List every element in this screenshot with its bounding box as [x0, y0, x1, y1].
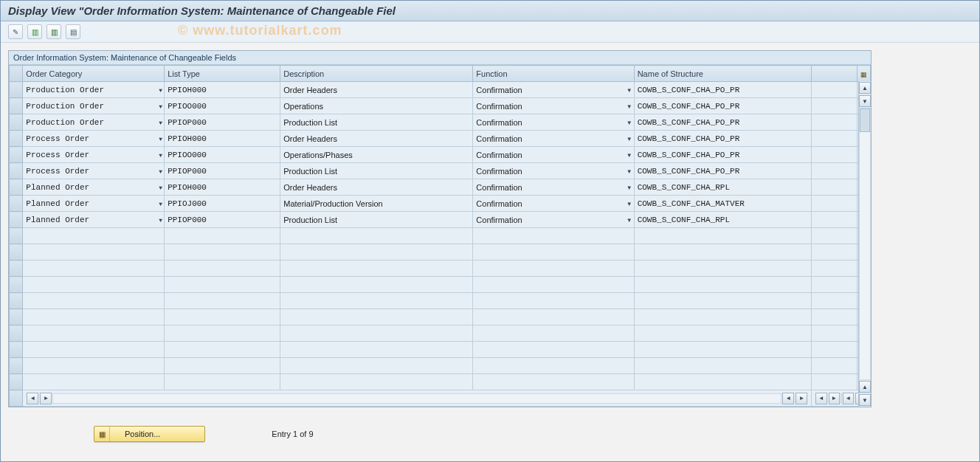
cell-structure[interactable]: COWB_S_CONF_CHA_RPL: [634, 179, 812, 196]
cell-empty: [634, 228, 812, 244]
cell-list-type[interactable]: PPIOJ000: [165, 196, 280, 212]
table-settings-button[interactable]: ▦: [857, 66, 870, 82]
scroll-right-step-button[interactable]: ►: [829, 393, 840, 404]
cell-empty: [634, 244, 812, 261]
row-marker[interactable]: [10, 244, 23, 261]
cell-structure[interactable]: COWB_S_CONF_CHA_PO_PR: [634, 114, 812, 131]
cell-function[interactable]: Confirmation▼: [473, 147, 634, 163]
cell-list-type[interactable]: PPIOP000: [165, 114, 280, 131]
col-function[interactable]: Function: [473, 66, 634, 82]
scroll-down-button[interactable]: ▼: [859, 394, 871, 406]
row-marker[interactable]: [10, 82, 23, 98]
row-marker[interactable]: [10, 325, 23, 342]
scroll-down-step-button[interactable]: ▼: [859, 95, 871, 107]
cell-empty: [634, 293, 812, 309]
cell-list-type[interactable]: PPIOH000: [165, 82, 280, 98]
col-structure[interactable]: Name of Structure: [634, 66, 812, 82]
row-marker[interactable]: [10, 114, 23, 131]
cell-order-category[interactable]: Planned Order▼: [23, 179, 165, 196]
cell-list-type[interactable]: PPIOP000: [165, 163, 280, 179]
cell-function[interactable]: Confirmation▼: [473, 82, 634, 98]
cell-order-category[interactable]: Process Order▼: [23, 131, 165, 147]
row-marker[interactable]: [10, 374, 23, 390]
toggle-display-change-button[interactable]: ✎: [8, 24, 23, 39]
scroll-handle[interactable]: [860, 108, 870, 132]
cell-function[interactable]: Confirmation▼: [473, 196, 634, 212]
row-marker[interactable]: [10, 147, 23, 163]
chevron-down-icon: ▼: [627, 86, 632, 93]
cell-description: Order Headers: [280, 131, 473, 147]
col-filler: [812, 66, 857, 82]
cell-empty: [280, 325, 473, 342]
cell-list-type[interactable]: PPIOP000: [165, 212, 280, 228]
cell-list-type[interactable]: PPIOO000: [165, 147, 280, 163]
cell-function[interactable]: Confirmation▼: [473, 131, 634, 147]
cell-function[interactable]: Confirmation▼: [473, 98, 634, 114]
cell-order-category[interactable]: Process Order▼: [23, 163, 165, 179]
cell-function[interactable]: Confirmation▼: [473, 212, 634, 228]
row-marker[interactable]: [10, 342, 23, 358]
row-marker[interactable]: [10, 179, 23, 196]
chevron-down-icon: ▼: [627, 168, 632, 174]
row-marker[interactable]: [10, 358, 23, 374]
col-list-type[interactable]: List Type: [165, 66, 280, 82]
toolbar-button-4[interactable]: ▤: [66, 24, 80, 39]
cell-list-type[interactable]: PPIOH000: [165, 179, 280, 196]
row-marker[interactable]: [10, 277, 23, 293]
row-marker[interactable]: [10, 163, 23, 179]
row-marker[interactable]: [10, 309, 23, 325]
scroll-left-button[interactable]: ◄: [27, 393, 38, 404]
col-order-category[interactable]: Order Category: [23, 66, 165, 82]
cell-list-type[interactable]: PPIOO000: [165, 98, 280, 114]
cell-structure[interactable]: COWB_S_CONF_CHA_PO_PR: [634, 98, 812, 114]
cell-empty: [812, 342, 857, 358]
cell-order-category[interactable]: Planned Order▼: [23, 212, 165, 228]
vertical-scrollbar[interactable]: ▲ ▼ ▲ ▼: [858, 81, 871, 407]
cell-order-category[interactable]: Production Order▼: [23, 114, 165, 131]
hscroll-main[interactable]: ◄►◄►: [23, 390, 812, 407]
cell-function[interactable]: Confirmation▼: [473, 179, 634, 196]
cell-structure[interactable]: COWB_S_CONF_CHA_PO_PR: [634, 147, 812, 163]
col-description[interactable]: Description: [280, 66, 473, 82]
scroll-up-button[interactable]: ▲: [859, 82, 871, 94]
cell-structure[interactable]: COWB_S_CONF_CHA_RPL: [634, 212, 812, 228]
cell-list-type[interactable]: PPIOH000: [165, 131, 280, 147]
cell-description: Production List: [280, 114, 473, 131]
scroll-right-step-button[interactable]: ►: [40, 393, 52, 404]
cell-order-category[interactable]: Production Order▼: [23, 98, 165, 114]
row-marker[interactable]: [10, 196, 23, 212]
scroll-up-step-button[interactable]: ▲: [859, 381, 871, 393]
cell-structure[interactable]: COWB_S_CONF_CHA_PO_PR: [634, 131, 812, 147]
row-marker[interactable]: [10, 212, 23, 228]
scroll-right-button[interactable]: ►: [796, 393, 807, 404]
position-button[interactable]: ▦ Position...: [94, 426, 205, 442]
hscroll-track[interactable]: [841, 393, 842, 404]
chevron-down-icon: ▼: [159, 119, 162, 125]
chevron-down-icon: ▼: [159, 86, 162, 93]
table-row-empty: [10, 309, 871, 325]
row-marker[interactable]: [10, 98, 23, 114]
cell-order-category[interactable]: Production Order▼: [23, 82, 165, 98]
row-marker[interactable]: [10, 261, 23, 277]
toolbar-button-3[interactable]: ▥: [46, 24, 61, 39]
row-marker[interactable]: [10, 228, 23, 244]
chevron-down-icon: ▼: [159, 151, 162, 158]
cell-order-category[interactable]: Process Order▼: [23, 147, 165, 163]
cell-empty: [473, 342, 634, 358]
cell-structure[interactable]: COWB_S_CONF_CHA_PO_PR: [634, 163, 812, 179]
scroll-track[interactable]: [859, 108, 871, 380]
scroll-left-step-button[interactable]: ◄: [782, 393, 794, 404]
hscroll-track[interactable]: [52, 393, 781, 404]
cell-function[interactable]: Confirmation▼: [473, 114, 634, 131]
cell-function[interactable]: Confirmation▼: [473, 163, 634, 179]
scroll-left-button[interactable]: ◄: [815, 393, 827, 404]
cell-structure[interactable]: COWB_S_CONF_CHA_PO_PR: [634, 82, 812, 98]
cell-structure[interactable]: COWB_S_CONF_CHA_MATVER: [634, 196, 812, 212]
toolbar-button-2[interactable]: ▥: [27, 24, 42, 39]
row-marker[interactable]: [10, 293, 23, 309]
row-marker[interactable]: [10, 131, 23, 147]
scroll-left-step-button[interactable]: ◄: [843, 393, 854, 404]
table-row-empty: [10, 293, 871, 309]
table-row: Production Order▼PPIOH000Order HeadersCo…: [10, 82, 871, 98]
cell-order-category[interactable]: Planned Order▼: [23, 196, 165, 212]
